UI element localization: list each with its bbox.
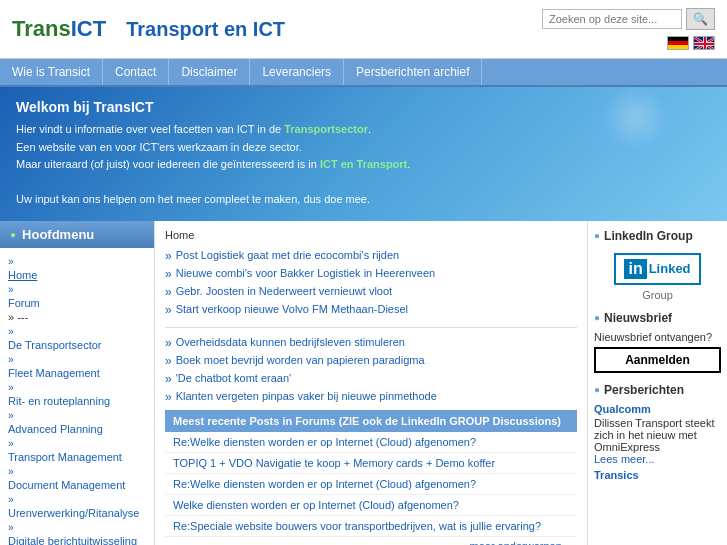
flags: [667, 36, 715, 50]
news-bullet: »: [165, 336, 172, 350]
news-bullet: »: [165, 354, 172, 368]
news-bullet: »: [165, 267, 172, 281]
breadcrumb: Home: [165, 229, 577, 241]
sidebar-item-document[interactable]: Document Management: [8, 478, 146, 492]
persberichten-section: Persberichten Qualcomm Dilissen Transpor…: [594, 383, 721, 481]
sidebar-header: Hoofdmenu: [0, 221, 154, 248]
news-link[interactable]: Start verkoop nieuwe Volvo FM Methaan-Di…: [176, 303, 408, 315]
header: TransICT Transport en ICT 🔍: [0, 0, 727, 59]
news-item: »Nieuwe combi's voor Bakker Logistiek in…: [165, 265, 577, 283]
news-item: »Boek moet bevrijd worden van papieren p…: [165, 352, 577, 370]
search-area: 🔍: [542, 8, 715, 30]
flag-german[interactable]: [667, 36, 689, 50]
nav-persberichten[interactable]: Persberichten archief: [344, 59, 482, 85]
news-link[interactable]: Post Logistiek gaat met drie ecocombi's …: [176, 249, 399, 261]
sidebar-sep: » ---: [8, 310, 146, 324]
flag-uk[interactable]: [693, 36, 715, 50]
main: Hoofdmenu »Home »Forum » --- »De Transpo…: [0, 221, 727, 545]
forum-more-link[interactable]: meer onderwerpen...: [470, 540, 572, 545]
news-link[interactable]: Klanten vergeten pinpas vaker bij nieuwe…: [176, 390, 437, 402]
news-bullet: »: [165, 249, 172, 263]
sidebar-item-home[interactable]: Home: [8, 268, 146, 282]
pers-item-transics: Transics: [594, 469, 721, 481]
bullet: »: [8, 466, 14, 477]
news-item: »'De chatbot komt eraan': [165, 370, 577, 388]
pers-text: Dilissen Transport steekt zich in het ni…: [594, 417, 714, 453]
bullet: »: [8, 354, 14, 365]
linkedin-in: in: [624, 259, 646, 279]
forum-link[interactable]: Re:Welke diensten worden er op Internet …: [173, 436, 476, 448]
bullet: »: [8, 522, 14, 533]
news-link[interactable]: Boek moet bevrijd worden van papieren pa…: [176, 354, 425, 366]
site-title: Transport en ICT: [126, 18, 285, 41]
forum-item: Welke diensten worden er op Internet (Cl…: [165, 495, 577, 516]
news-list-2: »Overheidsdata kunnen bedrijfsleven stim…: [165, 334, 577, 406]
news-item: »Gebr. Joosten in Nederweert vernieuwt v…: [165, 283, 577, 301]
linkedin-linked: Linked: [649, 261, 691, 276]
news-bullet: »: [165, 372, 172, 386]
sidebar-item-uren[interactable]: Urenverwerking/Ritanalyse: [8, 506, 146, 520]
persberichten-header: Persberichten: [594, 383, 721, 397]
linkedin-box[interactable]: in Linked: [614, 253, 700, 285]
news-link[interactable]: Nieuwe combi's voor Bakker Logistiek in …: [176, 267, 436, 279]
sidebar-item-transportsector[interactable]: De Transportsector: [8, 338, 146, 352]
nav: Wie is Transict Contact Disclaimer Lever…: [0, 59, 727, 87]
pers-company: Transics: [594, 469, 721, 481]
news-bullet: »: [165, 285, 172, 299]
news-bullet: »: [165, 303, 172, 317]
bullet: »: [8, 494, 14, 505]
bullet: »: [8, 256, 14, 267]
news-item: »Start verkoop nieuwe Volvo FM Methaan-D…: [165, 301, 577, 319]
sidebar-item-transport[interactable]: Transport Management: [8, 450, 146, 464]
nav-disclaimer[interactable]: Disclaimer: [169, 59, 250, 85]
forum-header: Meest recente Posts in Forums (ZIE ook d…: [165, 410, 577, 432]
divider: [165, 327, 577, 328]
sidebar-item-digitale[interactable]: Digitale berichtuitwisseling: [8, 534, 146, 545]
bullet: »: [8, 284, 14, 295]
nav-contact[interactable]: Contact: [103, 59, 169, 85]
sidebar-item-advanced[interactable]: Advanced Planning: [8, 422, 146, 436]
sidebar-item-forum[interactable]: Forum: [8, 296, 146, 310]
forum-item: Re:Welke diensten worden er op Internet …: [165, 474, 577, 495]
news-link[interactable]: Gebr. Joosten in Nederweert vernieuwt vl…: [176, 285, 392, 297]
lees-meer-link[interactable]: Lees meer...: [594, 453, 655, 465]
sidebar-item-fleet[interactable]: Fleet Management: [8, 366, 146, 380]
right-sidebar: LinkedIn Group in Linked Group Nieuwsbri…: [587, 221, 727, 545]
forum-item: Re:Welke diensten worden er op Internet …: [165, 432, 577, 453]
linkedin-section: LinkedIn Group in Linked Group: [594, 229, 721, 301]
linkedin-header: LinkedIn Group: [594, 229, 721, 243]
linkedin-box-wrapper: in Linked Group: [594, 249, 721, 301]
news-link[interactable]: Overheidsdata kunnen bedrijfsleven stimu…: [176, 336, 405, 348]
news-link[interactable]: 'De chatbot komt eraan': [176, 372, 291, 384]
forum-link[interactable]: Re:Welke diensten worden er op Internet …: [173, 478, 476, 490]
forum-link[interactable]: Welke diensten worden er op Internet (Cl…: [173, 499, 459, 511]
forum-item: TOPIQ 1 + VDO Navigatie te koop + Memory…: [165, 453, 577, 474]
bullet: »: [8, 382, 14, 393]
search-button[interactable]: 🔍: [686, 8, 715, 30]
logo: TransICT: [12, 16, 106, 42]
nav-leveranciers[interactable]: Leveranciers: [250, 59, 344, 85]
forum-more: meer onderwerpen...: [165, 537, 577, 545]
sidebar-item-route[interactable]: Rit- en routeplanning: [8, 394, 146, 408]
content: Home »Post Logistiek gaat met drie ecoco…: [155, 221, 587, 545]
news-list: »Post Logistiek gaat met drie ecocombi's…: [165, 247, 577, 319]
news-item: »Post Logistiek gaat met drie ecocombi's…: [165, 247, 577, 265]
forum-link[interactable]: TOPIQ 1 + VDO Navigatie te koop + Memory…: [173, 457, 495, 469]
sidebar-menu: »Home »Forum » --- »De Transportsector »…: [0, 248, 154, 545]
search-input[interactable]: [542, 9, 682, 29]
aanmelden-button[interactable]: Aanmelden: [594, 347, 721, 373]
bullet: »: [8, 438, 14, 449]
news-item: »Klanten vergeten pinpas vaker bij nieuw…: [165, 388, 577, 406]
bullet: »: [8, 326, 14, 337]
nieuwsbrief-section: Nieuwsbrief Nieuwsbrief ontvangen? Aanme…: [594, 311, 721, 373]
banner: Welkom bij TransICT Hier vindt u informa…: [0, 87, 727, 221]
forum-link[interactable]: Re:Speciale website bouwers voor transpo…: [173, 520, 541, 532]
news-item: »Overheidsdata kunnen bedrijfsleven stim…: [165, 334, 577, 352]
logo-ict: ICT: [71, 16, 106, 41]
forum-item: Re:Speciale website bouwers voor transpo…: [165, 516, 577, 537]
nav-wie[interactable]: Wie is Transict: [0, 59, 103, 85]
logo-trans: Trans: [12, 16, 71, 41]
sidebar: Hoofdmenu »Home »Forum » --- »De Transpo…: [0, 221, 155, 545]
pers-item-qualcomm: Qualcomm Dilissen Transport steekt zich …: [594, 403, 721, 465]
nieuwsbrief-text: Nieuwsbrief ontvangen?: [594, 331, 721, 343]
